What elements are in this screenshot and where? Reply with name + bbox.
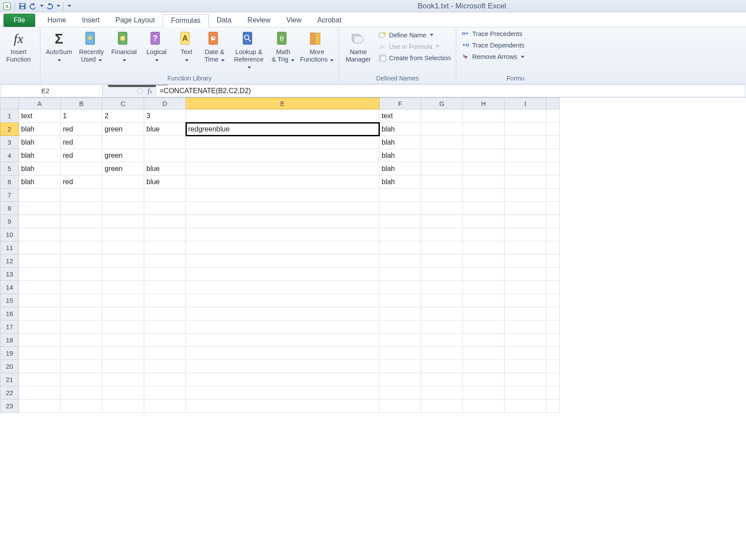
- cell[interactable]: [421, 228, 463, 241]
- cell[interactable]: [144, 215, 186, 228]
- redo-icon[interactable]: [45, 2, 54, 11]
- cell[interactable]: [186, 149, 379, 162]
- cell[interactable]: [186, 109, 379, 123]
- cell[interactable]: [546, 123, 560, 136]
- create-from-selection-button[interactable]: Create from Selection: [377, 53, 452, 63]
- cell[interactable]: [505, 123, 546, 136]
- cell[interactable]: [546, 334, 560, 347]
- cell[interactable]: [102, 136, 144, 149]
- undo-icon[interactable]: [29, 2, 37, 11]
- cell[interactable]: 3: [144, 109, 186, 123]
- cell[interactable]: blah: [19, 175, 61, 189]
- column-header[interactable]: I: [505, 98, 546, 109]
- cell[interactable]: [144, 400, 186, 413]
- row-header[interactable]: 14: [0, 281, 19, 294]
- cell[interactable]: [19, 268, 61, 281]
- column-header[interactable]: E: [186, 98, 379, 109]
- cell[interactable]: [505, 136, 546, 149]
- cell[interactable]: [463, 149, 505, 162]
- financial-button[interactable]: Financial: [109, 29, 139, 64]
- tab-page-layout[interactable]: Page Layout: [107, 14, 163, 27]
- cell[interactable]: [61, 360, 102, 373]
- cell[interactable]: [546, 189, 560, 202]
- cell[interactable]: [144, 307, 186, 320]
- cell[interactable]: [144, 281, 186, 294]
- cell[interactable]: [379, 281, 421, 294]
- cell[interactable]: [61, 281, 102, 294]
- cell[interactable]: [505, 189, 546, 202]
- cell[interactable]: [186, 255, 379, 268]
- cell[interactable]: [421, 360, 463, 373]
- cell[interactable]: [463, 347, 505, 360]
- cell[interactable]: [421, 294, 463, 307]
- cell[interactable]: [379, 228, 421, 241]
- cell[interactable]: [144, 241, 186, 255]
- tab-review[interactable]: Review: [240, 14, 278, 27]
- cell[interactable]: [546, 360, 560, 373]
- formula-circle-icon[interactable]: [136, 87, 144, 95]
- autosum-button[interactable]: Σ AutoSum: [44, 29, 74, 64]
- cell[interactable]: [102, 241, 144, 255]
- cell[interactable]: [144, 347, 186, 360]
- cell[interactable]: red: [61, 175, 102, 189]
- cell[interactable]: [379, 373, 421, 386]
- cell[interactable]: [421, 189, 463, 202]
- cell[interactable]: blue: [144, 123, 186, 136]
- customize-qat-icon[interactable]: [68, 5, 71, 7]
- cell[interactable]: [421, 202, 463, 215]
- cell[interactable]: [102, 228, 144, 241]
- row-header[interactable]: 8: [0, 202, 19, 215]
- column-header[interactable]: D: [144, 98, 186, 109]
- cell[interactable]: [463, 109, 505, 123]
- undo-dropdown-icon[interactable]: [40, 5, 44, 7]
- insert-function-button[interactable]: fx Insert Function: [4, 29, 33, 64]
- cell[interactable]: blue: [144, 162, 186, 175]
- cell[interactable]: [186, 228, 379, 241]
- cell[interactable]: [463, 400, 505, 413]
- cell[interactable]: [421, 373, 463, 386]
- row-header[interactable]: 13: [0, 268, 19, 281]
- cell[interactable]: [421, 307, 463, 320]
- cell[interactable]: [505, 334, 546, 347]
- cell[interactable]: [19, 189, 61, 202]
- cell[interactable]: [19, 347, 61, 360]
- cell[interactable]: [61, 400, 102, 413]
- cell[interactable]: [421, 162, 463, 175]
- row-header[interactable]: 23: [0, 400, 19, 413]
- cell[interactable]: [421, 347, 463, 360]
- cell[interactable]: blah: [379, 162, 421, 175]
- cell[interactable]: [421, 268, 463, 281]
- cell[interactable]: [463, 215, 505, 228]
- text-button[interactable]: A Text: [174, 29, 199, 64]
- tab-file[interactable]: File: [4, 14, 35, 27]
- cell[interactable]: [505, 347, 546, 360]
- cell[interactable]: [505, 307, 546, 320]
- cell[interactable]: [19, 294, 61, 307]
- cell[interactable]: [19, 334, 61, 347]
- column-header[interactable]: B: [61, 98, 102, 109]
- cell[interactable]: [463, 241, 505, 255]
- cell[interactable]: [61, 241, 102, 255]
- cell[interactable]: red: [61, 123, 102, 136]
- cell[interactable]: [379, 307, 421, 320]
- cell[interactable]: [463, 228, 505, 241]
- row-header[interactable]: 16: [0, 307, 19, 320]
- cell[interactable]: blah: [379, 175, 421, 189]
- cell[interactable]: text: [379, 109, 421, 123]
- cell[interactable]: [19, 307, 61, 320]
- cell[interactable]: [102, 360, 144, 373]
- excel-app-icon[interactable]: X: [3, 2, 11, 11]
- cell[interactable]: green: [102, 123, 144, 136]
- cell[interactable]: blah: [19, 136, 61, 149]
- cell[interactable]: [505, 202, 546, 215]
- cell[interactable]: [463, 255, 505, 268]
- row-header[interactable]: 17: [0, 320, 19, 334]
- cell[interactable]: [144, 228, 186, 241]
- cell[interactable]: [102, 400, 144, 413]
- cell[interactable]: blah: [379, 149, 421, 162]
- cell[interactable]: blah: [19, 149, 61, 162]
- cell[interactable]: [186, 294, 379, 307]
- cell[interactable]: [463, 189, 505, 202]
- cell[interactable]: [19, 215, 61, 228]
- cell[interactable]: blue: [144, 175, 186, 189]
